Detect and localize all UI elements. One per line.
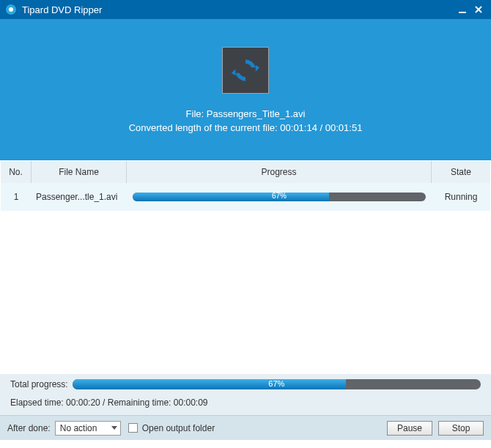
stop-button[interactable]: Stop — [438, 421, 484, 436]
minimize-button[interactable] — [454, 1, 470, 18]
after-done-select[interactable]: No action — [55, 421, 121, 436]
col-header-state: State — [432, 161, 490, 183]
row-filename: Passenger...tle_1.avi — [32, 192, 127, 202]
col-header-progress: Progress — [127, 161, 432, 183]
time-info: Elapsed time: 00:00:20 / Remaining time:… — [0, 395, 491, 415]
titlebar: Tipard DVD Ripper — [0, 0, 491, 19]
chevron-down-icon — [111, 426, 117, 430]
svg-marker-4 — [232, 69, 236, 75]
after-done-label: After done: — [7, 423, 51, 433]
total-progressbar-label: 67% — [73, 379, 481, 388]
table-header: No. File Name Progress State — [1, 161, 490, 183]
app-title: Tipard DVD Ripper — [22, 4, 102, 15]
current-file-progress-label: Converted length of the current file: 00… — [129, 122, 363, 133]
row-state: Running — [432, 192, 490, 202]
total-progress-label: Total progress: — [10, 379, 68, 389]
open-output-label: Open output folder — [142, 423, 215, 433]
row-progressbar-label: 67% — [133, 193, 426, 200]
convert-icon — [222, 47, 269, 94]
hero-panel: File: Passengers_Title_1.avi Converted l… — [0, 19, 491, 160]
app-logo-icon — [6, 4, 16, 15]
total-progressbar: 67% — [73, 379, 481, 389]
pause-button[interactable]: Pause — [387, 421, 432, 436]
bottom-toolbar: After done: No action Open output folder… — [0, 415, 491, 440]
after-done-value: No action — [60, 423, 97, 433]
col-header-filename: File Name — [32, 161, 127, 183]
open-output-checkbox[interactable] — [128, 423, 138, 433]
row-progress: 67% — [127, 193, 432, 201]
col-header-no: No. — [1, 161, 32, 183]
row-progressbar: 67% — [133, 193, 426, 201]
table-empty-area — [1, 211, 490, 373]
close-button[interactable] — [470, 1, 487, 18]
table-row[interactable]: 1 Passenger...tle_1.avi 67% Running — [1, 183, 490, 211]
svg-marker-3 — [256, 64, 260, 71]
row-number: 1 — [1, 192, 32, 202]
file-table: No. File Name Progress State 1 Passenger… — [0, 160, 491, 374]
current-file-label: File: Passengers_Title_1.avi — [186, 108, 306, 119]
footer-panel: Total progress: 67% Elapsed time: 00:00:… — [0, 374, 491, 415]
